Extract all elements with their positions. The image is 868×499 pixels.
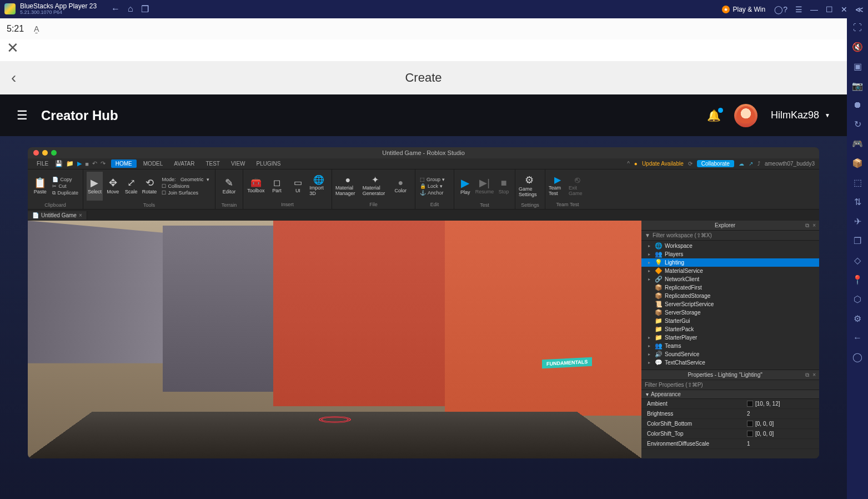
viewport-3d[interactable]: FUNDAMENTALS xyxy=(28,221,641,458)
tree-item-lighting[interactable]: ▸💡Lighting xyxy=(641,258,819,267)
refresh-icon[interactable]: ⟳ xyxy=(688,161,693,167)
record-icon[interactable]: ⏺ xyxy=(853,100,862,110)
mac-minimize-icon[interactable] xyxy=(42,150,48,156)
multi-instance-icon[interactable]: ❐ xyxy=(854,236,861,246)
location-icon[interactable]: 📍 xyxy=(852,275,863,285)
close-icon[interactable]: ✕ xyxy=(7,39,19,56)
join-surfaces-toggle[interactable]: ☐ Join Surfaces xyxy=(162,190,209,196)
tree-caret-icon[interactable]: ▸ xyxy=(648,268,653,273)
nav-home-icon[interactable]: ⌂ xyxy=(128,4,133,14)
share-icon[interactable]: ⤴ xyxy=(757,161,760,167)
camera-icon[interactable]: 📷 xyxy=(852,81,863,91)
stop-icon[interactable]: ■ xyxy=(85,161,89,167)
move-tool[interactable]: ✥Move xyxy=(105,172,121,201)
property-value[interactable]: 1 xyxy=(747,441,814,447)
menu-model[interactable]: MODEL xyxy=(139,159,168,168)
folder-icon[interactable]: 📁 xyxy=(66,160,74,167)
mode-dropdown[interactable]: Mode: Geometric ▾ xyxy=(162,177,209,182)
property-row-brightness[interactable]: Brightness2 xyxy=(641,409,819,419)
scale-tool[interactable]: ⤢Scale xyxy=(123,172,139,201)
tree-item-starterpack[interactable]: 📁StarterPack xyxy=(641,325,819,333)
tree-item-textchatservice[interactable]: ▸💬TextChatService xyxy=(641,358,819,367)
cut-button[interactable]: ✂ Cut xyxy=(52,183,78,189)
lock-button[interactable]: 🔒 Lock ▾ xyxy=(420,183,445,189)
fullscreen-icon[interactable]: ⛶ xyxy=(853,23,862,33)
tree-caret-icon[interactable]: ▸ xyxy=(648,335,653,340)
keyboard-icon[interactable]: ▣ xyxy=(854,61,862,72)
macro-icon[interactable]: ◇ xyxy=(854,255,861,266)
collapse-icon[interactable]: ≪ xyxy=(855,5,864,14)
select-tool[interactable]: ▶Select xyxy=(87,172,103,201)
redo-icon[interactable]: ↷ xyxy=(101,160,106,167)
terrain-editor-button[interactable]: ✎Editor xyxy=(219,172,239,201)
minimize-icon[interactable]: — xyxy=(810,5,818,14)
exit-game-button[interactable]: ⎋Exit Game xyxy=(569,176,586,196)
tree-caret-icon[interactable]: ▸ xyxy=(648,243,653,248)
nav-back-icon[interactable]: ← xyxy=(111,4,120,14)
duplicate-button[interactable]: ⧉ Duplicate xyxy=(52,190,78,196)
username-dropdown[interactable]: HilmKaz98 ▼ xyxy=(771,109,830,121)
tree-item-workspace[interactable]: ▸🌐Workspace xyxy=(641,242,819,250)
color-button[interactable]: ●Color xyxy=(390,178,412,193)
property-row-colorshift_top[interactable]: ColorShift_Top[0, 0, 0] xyxy=(641,429,819,439)
tree-caret-icon[interactable]: ▸ xyxy=(648,343,653,348)
undo-icon[interactable]: ↶ xyxy=(92,160,97,167)
cloud-icon[interactable]: ☁ xyxy=(739,161,744,167)
material-manager-button[interactable]: ●Material Manager xyxy=(335,176,360,196)
tree-item-materialservice[interactable]: ▸🔶MaterialService xyxy=(641,267,819,275)
menu-icon[interactable]: ☰ xyxy=(795,5,802,14)
tree-item-soundservice[interactable]: ▸🔊SoundService xyxy=(641,350,819,358)
collisions-toggle[interactable]: ☐ Collisions xyxy=(162,183,209,189)
hamburger-icon[interactable]: ☰ xyxy=(17,108,28,123)
update-available[interactable]: Update Available xyxy=(642,161,684,167)
panel-close-icon[interactable]: × xyxy=(812,372,816,378)
resume-button[interactable]: ▶|Resume xyxy=(475,172,494,201)
notifications-icon[interactable]: 🔔 xyxy=(707,109,721,122)
group-button[interactable]: ⬚ Group ▾ xyxy=(420,177,445,182)
menu-view[interactable]: VIEW xyxy=(227,159,250,168)
screenshot-icon[interactable]: ⬚ xyxy=(854,177,862,188)
collaborate-button[interactable]: Collaborate xyxy=(697,160,734,167)
sync-icon[interactable]: ⇅ xyxy=(854,197,861,207)
tree-caret-icon[interactable]: ▸ xyxy=(648,360,653,365)
maximize-icon[interactable]: ☐ xyxy=(826,5,833,14)
tree-item-starterplayer[interactable]: ▸📁StarterPlayer xyxy=(641,333,819,342)
property-value[interactable]: [10, 9, 12] xyxy=(747,401,814,407)
apk-icon[interactable]: 📦 xyxy=(852,158,863,168)
tree-caret-icon[interactable]: ▸ xyxy=(648,277,653,282)
property-value[interactable]: [0, 0, 0] xyxy=(747,431,814,437)
volume-icon[interactable]: 🔇 xyxy=(852,42,863,52)
tree-item-replicatedstorage[interactable]: 📦ReplicatedStorage xyxy=(641,292,819,300)
history-icon[interactable]: ↻ xyxy=(854,119,861,129)
menu-plugins[interactable]: PLUGINS xyxy=(252,159,285,168)
tree-caret-icon[interactable]: ▸ xyxy=(648,352,653,357)
explorer-filter-input[interactable]: ▼Filter workspace (⇧⌘X) xyxy=(641,231,819,241)
back-icon[interactable]: ‹ xyxy=(11,69,16,87)
tree-item-teams[interactable]: ▸👥Teams xyxy=(641,342,819,350)
property-row-colorshift_bottom[interactable]: ColorShift_Bottom[0, 0, 0] xyxy=(641,419,819,429)
team-test-button[interactable]: ▶Team Test xyxy=(549,176,566,196)
play-button[interactable]: ▶Play xyxy=(458,172,473,201)
stop-button[interactable]: ■Stop xyxy=(496,172,511,201)
mac-close-icon[interactable] xyxy=(33,150,39,156)
property-value[interactable]: [0, 0, 0] xyxy=(747,421,814,427)
play-icon[interactable]: ▶ xyxy=(77,160,82,167)
property-row-environmentdiffusescale[interactable]: EnvironmentDiffuseScale1 xyxy=(641,439,819,449)
tree-caret-icon[interactable]: ▸ xyxy=(648,252,653,257)
avatar[interactable] xyxy=(734,104,757,127)
back-nav-icon[interactable]: ← xyxy=(853,333,862,343)
property-row-ambient[interactable]: Ambient[10, 9, 12] xyxy=(641,399,819,409)
nav-recent-icon[interactable]: ❐ xyxy=(141,4,149,14)
menu-test[interactable]: TEST xyxy=(201,159,224,168)
close-window-icon[interactable]: ✕ xyxy=(841,5,847,14)
game-settings-button[interactable]: ⚙Game Settings xyxy=(519,172,540,201)
tree-item-serverstorage[interactable]: 📦ServerStorage xyxy=(641,308,819,317)
material-generator-button[interactable]: ✦Material Generator xyxy=(363,176,388,196)
menu-home[interactable]: HOME xyxy=(111,159,137,168)
play-and-win-button[interactable]: ★ Play & Win xyxy=(722,6,766,13)
menu-file[interactable]: FILE xyxy=(32,159,53,168)
properties-filter-input[interactable]: Filter Properties (⇧⌘P) xyxy=(641,380,819,390)
undock-icon[interactable]: ⧉ xyxy=(805,372,809,378)
property-value[interactable]: 2 xyxy=(747,411,814,417)
ui-button[interactable]: ▭UI xyxy=(289,178,308,193)
